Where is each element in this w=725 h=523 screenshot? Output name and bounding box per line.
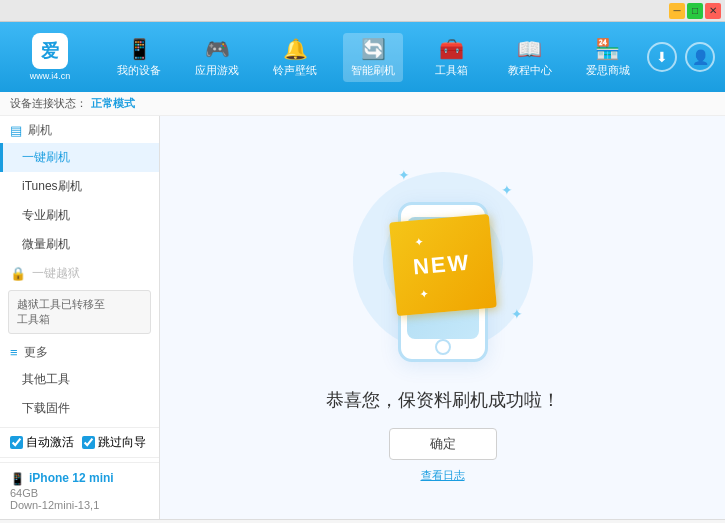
nav-app-games[interactable]: 🎮 应用游戏 [187,33,247,82]
new-banner: NEW [389,214,497,316]
sidebar-section-more[interactable]: ≡ 更多 [0,338,159,365]
user-button[interactable]: 👤 [685,42,715,72]
smart-flash-icon: 🔄 [361,37,386,61]
close-button[interactable]: ✕ [705,3,721,19]
nav-ringtone[interactable]: 🔔 铃声壁纸 [265,33,325,82]
one-key-flash-label: 一键刷机 [22,150,70,164]
device-info: 📱 iPhone 12 mini 64GB Down-12mini-13,1 [0,462,159,519]
logo[interactable]: 爱 www.i4.cn [10,33,90,81]
app-games-label: 应用游戏 [195,63,239,78]
ringtone-label: 铃声壁纸 [273,63,317,78]
smart-flash-label: 智能刷机 [351,63,395,78]
download-button[interactable]: ⬇ [647,42,677,72]
sidebar: ▤ 刷机 一键刷机 iTunes刷机 专业刷机 微量刷机 🔒 [0,116,160,519]
sidebar-item-one-key-flash[interactable]: 一键刷机 [0,143,159,172]
jailbreak-status-box: 越狱工具已转移至工具箱 [8,290,151,334]
main-layout: ▤ 刷机 一键刷机 iTunes刷机 专业刷机 微量刷机 🔒 [0,116,725,519]
confirm-button[interactable]: 确定 [389,428,497,460]
jailbreak-status-text: 越狱工具已转移至工具箱 [17,298,105,325]
minimize-button[interactable]: ─ [669,3,685,19]
auto-send-label: 自动激活 [26,434,74,451]
logo-url: www.i4.cn [30,71,71,81]
flash-section-icon: ▤ [10,123,22,138]
pro-flash-label: 专业刷机 [22,208,70,222]
title-bar: ─ □ ✕ [0,0,725,22]
other-tools-label: 其他工具 [22,372,70,386]
logo-icon: 爱 [32,33,68,69]
nav-toolbox[interactable]: 🧰 工具箱 [422,33,482,82]
itunes-flash-label: iTunes刷机 [22,179,82,193]
sidebar-bottom: 自动激活 跳过向导 📱 iPhone 12 mini 64GB Down-12m… [0,427,159,519]
success-illustration: ✦ ✦ ✦ NEW [343,152,543,372]
nav-smart-flash[interactable]: 🔄 智能刷机 [343,33,403,82]
sidebar-section-jailbreak: 🔒 一键越狱 [0,259,159,286]
ringtone-icon: 🔔 [283,37,308,61]
toolbox-icon: 🧰 [439,37,464,61]
header-right: ⬇ 👤 [647,42,715,72]
more-section-label: 更多 [24,344,48,361]
sidebar-item-download-firmware[interactable]: 下载固件 [0,394,159,423]
connection-status-bar: 设备连接状态： 正常模式 [0,92,725,116]
toolbox-label: 工具箱 [435,63,468,78]
device-firmware: Down-12mini-13,1 [10,499,149,511]
nav-store[interactable]: 🏪 爱思商城 [578,33,638,82]
sidebar-item-other-tools[interactable]: 其他工具 [0,365,159,394]
download-firmware-label: 下载固件 [22,401,70,415]
status-bar: 阻止iTunes运行 V7.98.66 客服 微信公众号 检查更新 [0,519,725,523]
my-device-icon: 📱 [127,37,152,61]
device-storage: 64GB [10,487,149,499]
store-label: 爱思商城 [586,63,630,78]
store-icon: 🏪 [595,37,620,61]
header: 爱 www.i4.cn 📱 我的设备 🎮 应用游戏 🔔 铃声壁纸 🔄 智能刷机 … [0,22,725,92]
sparkle-2: ✦ [501,182,513,198]
success-title: 恭喜您，保资料刷机成功啦！ [326,388,560,412]
sparkle-1: ✦ [398,167,410,183]
new-banner-text: NEW [411,250,470,280]
sidebar-item-pro-flash[interactable]: 专业刷机 [0,201,159,230]
phone-home-button [435,339,451,355]
tutorial-icon: 📖 [517,37,542,61]
device-icon: 📱 [10,472,25,486]
brush-flash-label: 微量刷机 [22,237,70,251]
sidebar-item-itunes-flash[interactable]: iTunes刷机 [0,172,159,201]
sidebar-scroll: ▤ 刷机 一键刷机 iTunes刷机 专业刷机 微量刷机 🔒 [0,116,159,427]
nav-my-device[interactable]: 📱 我的设备 [109,33,169,82]
my-device-label: 我的设备 [117,63,161,78]
maximize-button[interactable]: □ [687,3,703,19]
connection-status-value: 正常模式 [91,96,135,111]
tutorial-label: 教程中心 [508,63,552,78]
sidebar-item-brush-flash[interactable]: 微量刷机 [0,230,159,259]
skip-wizard-input[interactable] [82,436,95,449]
flash-section-label: 刷机 [28,122,52,139]
view-journal-link[interactable]: 查看日志 [421,468,465,483]
auto-send-checkbox[interactable]: 自动激活 [10,434,74,451]
connection-label: 设备连接状态： [10,96,87,111]
content-area: ✦ ✦ ✦ NEW 恭喜您，保资料刷机成功啦！ 确定 查看日志 [160,116,725,519]
jailbreak-section-label: 一键越狱 [32,265,80,282]
auto-send-input[interactable] [10,436,23,449]
app-games-icon: 🎮 [205,37,230,61]
skip-wizard-label: 跳过向导 [98,434,146,451]
lock-icon: 🔒 [10,266,26,281]
checkbox-row: 自动激活 跳过向导 [0,427,159,458]
skip-wizard-checkbox[interactable]: 跳过向导 [82,434,146,451]
sidebar-content: ▤ 刷机 一键刷机 iTunes刷机 专业刷机 微量刷机 🔒 [0,116,159,519]
device-name: iPhone 12 mini [29,471,114,485]
nav-bar: 📱 我的设备 🎮 应用游戏 🔔 铃声壁纸 🔄 智能刷机 🧰 工具箱 📖 教程中心… [100,33,647,82]
more-section-icon: ≡ [10,345,18,360]
nav-tutorial[interactable]: 📖 教程中心 [500,33,560,82]
sidebar-section-flash[interactable]: ▤ 刷机 [0,116,159,143]
sparkle-3: ✦ [511,306,523,322]
